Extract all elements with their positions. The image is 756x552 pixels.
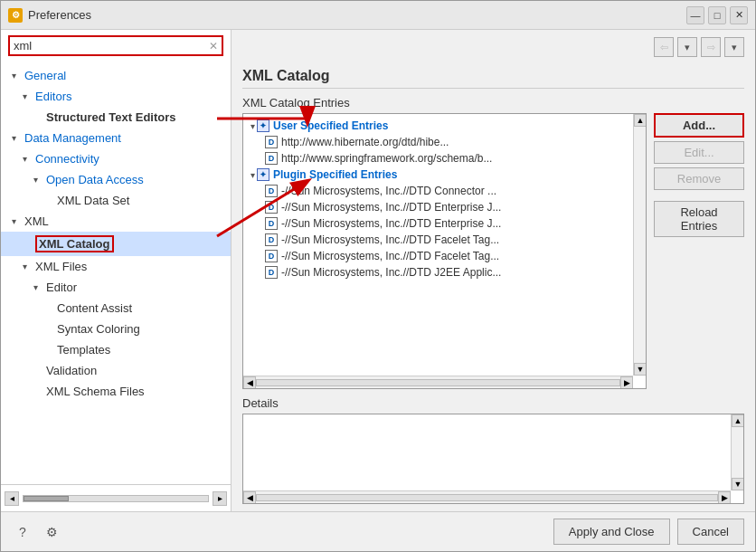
sidebar-item-syntax-coloring[interactable]: Syntax Coloring [1,319,231,339]
sidebar-scroll-right[interactable]: ▸ [213,491,227,506]
sidebar-item-structured-text[interactable]: Structured Text Editors [1,107,231,128]
expand-arrow-xml: ▾ [12,216,23,226]
cancel-button[interactable]: Cancel [677,519,744,545]
sidebar-item-xml-files[interactable]: ▾ XML Files [1,256,231,277]
search-clear-icon[interactable]: ✕ [209,40,218,52]
minimize-button[interactable]: — [686,6,704,24]
sidebar-scroll-left[interactable]: ◂ [5,491,19,506]
sidebar-label-val: Validation [46,364,97,377]
entry-text-1: http://www.hibernate.org/dtd/hibe... [281,136,449,148]
expand-user: ▾ [250,121,255,131]
sidebar-item-editors[interactable]: ▾ Editors [1,86,231,107]
forward-dropdown[interactable]: ▾ [724,37,744,57]
expand-arrow-dm: ▾ [12,133,23,143]
add-button[interactable]: Add... [654,113,744,138]
maximize-button[interactable]: □ [708,6,726,24]
user-specified-icon: ✦ [257,119,269,132]
entry-hibernate[interactable]: D http://www.hibernate.org/dtd/hibe... [243,134,646,150]
sidebar-item-connectivity[interactable]: ▾ Connectivity [1,148,231,169]
sidebar-hscroll-track[interactable] [23,495,209,502]
entry-icon-6: D [265,233,278,246]
bottom-left-icons: ? ⚙ [12,521,62,543]
sidebar-label-tmpl: Templates [57,343,110,357]
sidebar-bottom: ◂ ▸ [1,484,231,511]
expand-arrow-general: ▾ [12,71,23,81]
entry-text-6: -//Sun Microsystems, Inc.//DTD Facelet T… [281,233,499,246]
entry-text-7: -//Sun Microsystems, Inc.//DTD Facelet T… [281,250,499,262]
plugin-specified-icon: ✦ [257,168,269,181]
app-icon: ⚙ [8,8,23,23]
sidebar-label-conn: Connectivity [35,152,99,166]
entry-sun4[interactable]: D -//Sun Microsystems, Inc.//DTD Facelet… [243,232,646,248]
search-input[interactable] [14,39,209,52]
entry-sun6[interactable]: D -//Sun Microsystems, Inc.//DTD J2EE Ap… [243,264,646,281]
entry-icon-2: D [265,152,278,165]
sidebar-item-xml[interactable]: ▾ XML [1,211,231,232]
sidebar-item-xml-schema-files[interactable]: XML Schema Files [1,381,231,402]
expand-arrow-xmlf: ▾ [23,262,33,271]
details-label: Details [242,396,744,410]
remove-button[interactable]: Remove [654,167,744,190]
entries-vscroll[interactable]: ▲ ▼ [633,114,646,376]
entry-sun3[interactable]: D -//Sun Microsystems, Inc.//DTD Enterpr… [243,215,646,232]
catalog-entries-label: XML Catalog Entries [242,96,744,109]
vscroll-up[interactable]: ▲ [634,114,647,127]
entry-sun2[interactable]: D -//Sun Microsystems, Inc.//DTD Enterpr… [243,199,646,215]
titlebar: ⚙ Preferences — □ ✕ [1,1,755,30]
details-hscroll-right[interactable]: ▶ [718,491,731,504]
forward-button[interactable]: ⇨ [701,37,721,57]
entries-buttons: Add... Edit... Remove Reload Entries [654,113,744,389]
right-panel: ⇦ ▾ ⇨ ▾ XML Catalog XML Catalog Entries … [232,30,755,511]
plugin-specified-header[interactable]: ▾ ✦ Plugin Specified Entries [243,167,646,183]
sidebar-item-open-data-access[interactable]: ▾ Open Data Access [1,169,231,190]
close-button[interactable]: ✕ [730,6,748,24]
entry-sun1[interactable]: D -//Sun Microsystems, Inc.//DTD Connect… [243,183,646,199]
hscroll-track [256,379,620,386]
sidebar-label-editor: Editor [46,281,77,294]
details-hscroll-left[interactable]: ◀ [243,491,256,504]
user-specified-header[interactable]: ▾ ✦ User Specified Entries [243,118,646,134]
sidebar-item-general[interactable]: ▾ General [1,65,231,86]
reload-button[interactable]: Reload Entries [654,201,744,237]
sidebar-label-ca: Content Assist [57,301,132,315]
search-box[interactable]: ✕ [8,35,223,56]
back-button[interactable]: ⇦ [654,37,674,57]
details-hscroll[interactable]: ◀ ▶ [243,490,731,503]
details-vscroll[interactable]: ▲ ▼ [731,414,743,490]
edit-button[interactable]: Edit... [654,141,744,164]
sidebar-item-templates[interactable]: Templates [1,339,231,360]
window-controls: — □ ✕ [686,6,748,24]
sidebar-item-content-assist[interactable]: Content Assist [1,298,231,319]
details-hscroll-track [256,494,718,501]
sidebar-item-xml-data-set[interactable]: XML Data Set [1,190,231,211]
window-title: Preferences [28,8,681,22]
apply-close-button[interactable]: Apply and Close [553,519,670,545]
details-vscroll-up[interactable]: ▲ [732,414,744,427]
sidebar-item-data-management[interactable]: ▾ Data Management [1,128,231,148]
settings-button[interactable]: ⚙ [41,521,62,543]
sidebar-hscroll-thumb [24,496,69,501]
details-box: ▲ ▼ ◀ ▶ [242,414,744,504]
sidebar-item-editor[interactable]: ▾ Editor [1,277,231,298]
entry-text-5: -//Sun Microsystems, Inc.//DTD Enterpris… [281,217,501,230]
back-dropdown[interactable]: ▾ [677,37,697,57]
entry-springframework[interactable]: D http://www.springframework.org/schema/… [243,150,646,167]
details-vscroll-down[interactable]: ▼ [732,478,744,490]
sidebar-label-dm: Data Management [24,131,121,145]
sidebar-label-xds: XML Data Set [57,194,129,207]
details-section: Details ▲ ▼ ◀ ▶ [242,396,744,504]
bottom-right-buttons: Apply and Close Cancel [553,519,744,545]
entries-hscroll[interactable]: ◀ ▶ [243,376,633,388]
hscroll-left[interactable]: ◀ [243,376,256,389]
sidebar-item-xml-catalog[interactable]: XML Catalog [1,232,231,256]
sidebar-item-validation[interactable]: Validation [1,360,231,381]
vscroll-down[interactable]: ▼ [634,363,647,376]
help-button[interactable]: ? [12,521,33,543]
entry-icon-3: D [265,185,278,197]
entry-text-4: -//Sun Microsystems, Inc.//DTD Enterpris… [281,201,501,214]
hscroll-right[interactable]: ▶ [620,376,633,389]
entry-icon-4: D [265,201,278,214]
entries-tree-content: ▾ ✦ User Specified Entries D http://www.… [243,114,646,284]
entry-text-2: http://www.springframework.org/schema/b.… [281,152,492,165]
entry-sun5[interactable]: D -//Sun Microsystems, Inc.//DTD Facelet… [243,248,646,264]
